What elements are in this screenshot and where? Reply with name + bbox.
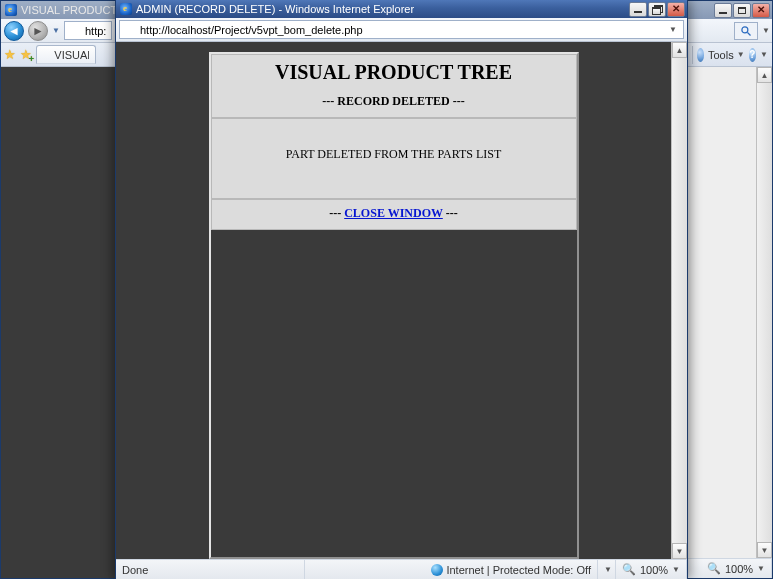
fg-nav-row: ▼ (116, 18, 687, 42)
separator (692, 46, 693, 64)
zoom-dropdown-icon: ▼ (672, 565, 680, 574)
fg-scrollbar[interactable]: ▲ ▼ (671, 42, 687, 559)
right-zoom-value: 100% (725, 563, 753, 575)
page-icon (68, 25, 80, 37)
right-viewport: ▲ ▼ (688, 67, 772, 558)
right-close-button[interactable]: ✕ (752, 3, 770, 18)
fg-status-bar: Done Internet | Protected Mode: Off ▼ 🔍 … (116, 559, 687, 579)
scroll-down-button[interactable]: ▼ (672, 543, 687, 559)
security-zone-cell[interactable]: Internet | Protected Mode: Off (425, 560, 598, 579)
footer-suffix: --- (443, 206, 458, 220)
status-extra-dropdown[interactable]: ▼ (604, 565, 612, 574)
tools-dropdown-icon: ▼ (737, 50, 745, 59)
address-dropdown-icon[interactable]: ▼ (666, 25, 680, 34)
scroll-up-button[interactable]: ▲ (672, 42, 687, 58)
nav-history-dropdown[interactable]: ▼ (52, 26, 60, 35)
forward-button[interactable]: ► (28, 21, 48, 41)
globe-icon (431, 564, 443, 576)
fg-window-title: ADMIN (RECORD DELETE) - Windows Internet… (136, 3, 629, 15)
status-text: Done (122, 564, 148, 576)
status-extra-cell: ▼ (598, 560, 616, 579)
scroll-up-button[interactable]: ▲ (757, 67, 772, 83)
restore-button[interactable] (648, 2, 666, 17)
right-minimize-button[interactable] (714, 3, 732, 18)
result-message: PART DELETED FROM THE PARTS LIST (286, 147, 502, 161)
tab-page-icon (43, 49, 50, 61)
right-scrollbar[interactable]: ▲ ▼ (756, 67, 772, 558)
ie-icon (5, 4, 17, 16)
card-footer: --- CLOSE WINDOW --- (211, 199, 577, 230)
tools-label: Tools (708, 49, 734, 61)
right-zoom-dropdown: ▼ (757, 564, 765, 573)
search-dropdown[interactable]: ▼ (762, 26, 770, 35)
close-button[interactable]: ✕ (667, 2, 685, 17)
footer-prefix: --- (329, 206, 344, 220)
right-tool-row: Tools ▼ ? ▼ (688, 43, 772, 67)
status-text-cell: Done (116, 560, 305, 579)
search-button[interactable] (734, 22, 758, 40)
address-bar[interactable] (64, 21, 112, 40)
help-dropdown-icon[interactable]: ▼ (760, 50, 768, 59)
favorites-icon[interactable]: ★ (4, 47, 16, 62)
zoom-icon: 🔍 (707, 562, 721, 575)
browser-tab[interactable]: VISUAL PR (36, 45, 96, 64)
security-zone-text: Internet | Protected Mode: Off (446, 564, 591, 576)
scroll-down-button[interactable]: ▼ (757, 542, 772, 558)
card-header: VISUAL PRODUCT TREE --- RECORD DELETED -… (211, 54, 577, 118)
right-nav-row: ▼ (688, 19, 772, 43)
help-icon[interactable]: ? (749, 48, 756, 62)
zoom-icon: 🔍 (622, 563, 636, 576)
tab-label: VISUAL PR (54, 49, 89, 61)
page-heading: VISUAL PRODUCT TREE (212, 61, 576, 84)
address-input[interactable] (83, 24, 108, 38)
tools-menu[interactable]: Tools ▼ (708, 49, 745, 61)
scroll-track[interactable] (757, 83, 772, 542)
card-body: PART DELETED FROM THE PARTS LIST (211, 118, 577, 199)
address-input[interactable] (138, 23, 666, 37)
close-window-link[interactable]: CLOSE WINDOW (344, 206, 443, 220)
scroll-track[interactable] (672, 58, 687, 543)
right-zoom-cell[interactable]: 🔍 100% ▼ (701, 559, 772, 578)
right-window-titlebar: ✕ (688, 1, 772, 19)
minimize-button[interactable] (629, 2, 647, 17)
add-favorite-icon[interactable]: ★ (20, 47, 32, 62)
fg-viewport: VISUAL PRODUCT TREE --- RECORD DELETED -… (116, 42, 687, 559)
back-button[interactable]: ◄ (4, 21, 24, 41)
right-status-bar: 🔍 100% ▼ (688, 558, 772, 578)
fg-window-titlebar[interactable]: ADMIN (RECORD DELETE) - Windows Internet… (116, 0, 687, 18)
page-content: VISUAL PRODUCT TREE --- RECORD DELETED -… (116, 42, 671, 559)
page-subheading: --- RECORD DELETED --- (212, 94, 576, 109)
page-icon (123, 24, 135, 36)
result-card: VISUAL PRODUCT TREE --- RECORD DELETED -… (209, 52, 579, 559)
tools-icon (697, 48, 704, 62)
ie-icon (120, 3, 132, 15)
zoom-cell[interactable]: 🔍 100% ▼ (616, 560, 687, 579)
address-bar[interactable]: ▼ (119, 20, 684, 39)
right-maximize-button[interactable] (733, 3, 751, 18)
svg-line-1 (748, 32, 751, 35)
zoom-value: 100% (640, 564, 668, 576)
svg-point-0 (742, 26, 748, 32)
